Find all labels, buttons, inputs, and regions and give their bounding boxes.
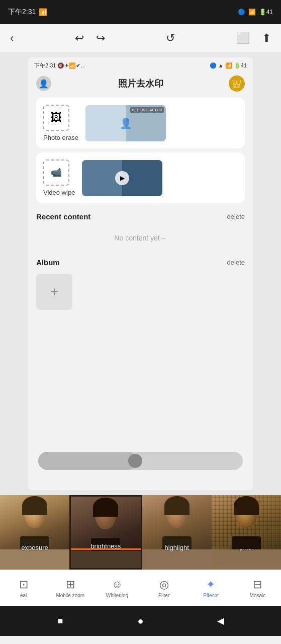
add-album-button[interactable]: + xyxy=(36,274,72,310)
nav-item-mobile-zoom[interactable]: ⊞ Mobile zoom xyxy=(47,574,93,602)
bottom-navigation: ⊡ eal ⊞ Mobile zoom ☺ Whitening ◎ Filter… xyxy=(0,570,281,606)
nav-item-whitening[interactable]: ☺ Whitening xyxy=(93,574,140,602)
status-time: 下午2:31 xyxy=(8,8,36,17)
back-nav-button[interactable]: ◀ xyxy=(215,615,227,627)
heal-label: eal xyxy=(20,593,27,598)
photo-erase-icon-box: 🖼 xyxy=(43,105,69,131)
video-wipe-preview: ▶ xyxy=(82,160,162,196)
slider-track xyxy=(38,452,243,470)
nav-right-group: ⬜ ⬆ xyxy=(236,32,271,45)
effect-exposure-label: exposure xyxy=(0,544,69,551)
status-right: 🔵 📶 🔋41 xyxy=(238,9,273,16)
app-title: 照片去水印 xyxy=(118,77,163,90)
effects-strip: exposure brightness highlight pixel xyxy=(0,495,281,570)
nav-item-effects[interactable]: ✦ Effects xyxy=(188,574,234,602)
effects-label: Effects xyxy=(203,593,218,598)
back-button[interactable]: ‹ xyxy=(10,32,14,45)
share-button[interactable]: ⬆ xyxy=(262,32,271,45)
stop-icon: ■ xyxy=(57,616,63,626)
aspect-ratio-button[interactable]: ⬜ xyxy=(236,32,250,45)
slider-fill xyxy=(38,452,136,470)
recent-section-header: Recent content delete xyxy=(28,207,253,224)
effect-highlight-label: highlight xyxy=(142,544,212,551)
phone-battery: 🔵 ▲ 📶 🔋41 xyxy=(210,62,247,69)
recent-title: Recent content xyxy=(36,212,90,221)
effects-icon: ✦ xyxy=(206,578,215,591)
album-grid: + xyxy=(28,270,253,314)
effect-exposure[interactable]: exposure xyxy=(0,495,69,570)
phone-time: 下午2:31 🔇✈📶✔... xyxy=(34,62,85,69)
effect-highlight[interactable]: highlight xyxy=(142,495,212,570)
home-icon: ● xyxy=(137,615,143,627)
undo-button[interactable]: ↩ xyxy=(75,32,84,45)
effect-brightness[interactable]: brightness xyxy=(69,495,142,570)
stop-button[interactable]: ■ xyxy=(54,615,66,627)
redo-button[interactable]: ↪ xyxy=(96,32,105,45)
video-wipe-label: Video wipe xyxy=(43,189,75,196)
mosaic-label: Mosaic xyxy=(250,593,266,598)
app-header: 👤 照片去水印 👑 xyxy=(28,73,253,94)
effect-pixel[interactable]: pixel xyxy=(212,495,281,570)
phone-inner-content: 下午2:31 🔇✈📶✔... 🔵 ▲ 📶 🔋41 👤 照片去水印 👑 🖼 Pho… xyxy=(28,57,253,490)
status-left: 下午2:31 📶 xyxy=(8,8,47,17)
nav-action-group: ↩ ↪ xyxy=(75,32,105,45)
whitening-label: Whitening xyxy=(106,593,128,598)
adjustment-slider[interactable] xyxy=(38,452,243,470)
user-avatar[interactable]: 👤 xyxy=(36,76,51,91)
status-bar: 下午2:31 📶 🔵 📶 🔋41 xyxy=(0,0,281,24)
mobile-zoom-icon: ⊞ xyxy=(66,578,75,591)
nav-item-mosaic[interactable]: ⊟ Mosaic xyxy=(234,574,281,602)
phone-screen: 下午2:31 🔇✈📶✔... 🔵 ▲ 📶 🔋41 👤 照片去水印 👑 🖼 Pho… xyxy=(0,52,281,495)
plus-icon: + xyxy=(50,284,58,300)
battery-icon: 🔋41 xyxy=(259,9,273,16)
nav-item-filter[interactable]: ◎ Filter xyxy=(141,574,188,602)
status-signal-icon: 📶 xyxy=(39,8,47,16)
before-after-label: BEFORE AFTER xyxy=(130,107,164,113)
premium-crown-button[interactable]: 👑 xyxy=(229,75,245,92)
filter-icon: ◎ xyxy=(159,578,169,591)
video-wipe-icon-box: 📹 xyxy=(43,159,69,186)
bluetooth-icon: 🔵 xyxy=(238,9,245,16)
mobile-zoom-label: Mobile zoom xyxy=(56,593,84,598)
effect-brightness-label: brightness xyxy=(71,542,140,550)
whitening-icon: ☺ xyxy=(112,578,123,591)
album-section-header: Album delete xyxy=(28,253,253,270)
filter-label: Filter xyxy=(158,593,169,598)
mosaic-icon: ⊟ xyxy=(253,578,262,591)
photo-erase-preview: BEFORE AFTER 👤 xyxy=(85,105,166,141)
play-icon: ▶ xyxy=(115,171,129,185)
wifi-icon: 📶 xyxy=(248,9,256,16)
phone-status-bar: 下午2:31 🔇✈📶✔... 🔵 ▲ 📶 🔋41 xyxy=(28,57,253,73)
slider-thumb[interactable] xyxy=(128,454,142,468)
video-wipe-card[interactable]: 📹 Video wipe ▶ xyxy=(36,152,245,203)
album-title: Album xyxy=(36,258,60,267)
album-delete-button[interactable]: delete xyxy=(227,259,245,266)
system-bottom-bar: ■ ● ◀ xyxy=(0,606,281,636)
nav-item-heal[interactable]: ⊡ eal xyxy=(0,574,47,602)
top-navigation: ‹ ↩ ↪ ↺ ⬜ ⬆ xyxy=(0,24,281,52)
refresh-button[interactable]: ↺ xyxy=(166,32,175,45)
photo-erase-card[interactable]: 🖼 Photo erase BEFORE AFTER 👤 xyxy=(36,98,245,148)
recent-delete-button[interactable]: delete xyxy=(227,213,245,220)
home-button[interactable]: ● xyxy=(134,615,146,627)
back-nav-icon: ◀ xyxy=(217,615,224,626)
feature-cards: 🖼 Photo erase BEFORE AFTER 👤 📹 Video wip… xyxy=(28,94,253,207)
heal-icon: ⊡ xyxy=(19,578,28,591)
photo-erase-label: Photo erase xyxy=(43,134,78,141)
no-content-message: No content yet～ xyxy=(28,224,253,253)
